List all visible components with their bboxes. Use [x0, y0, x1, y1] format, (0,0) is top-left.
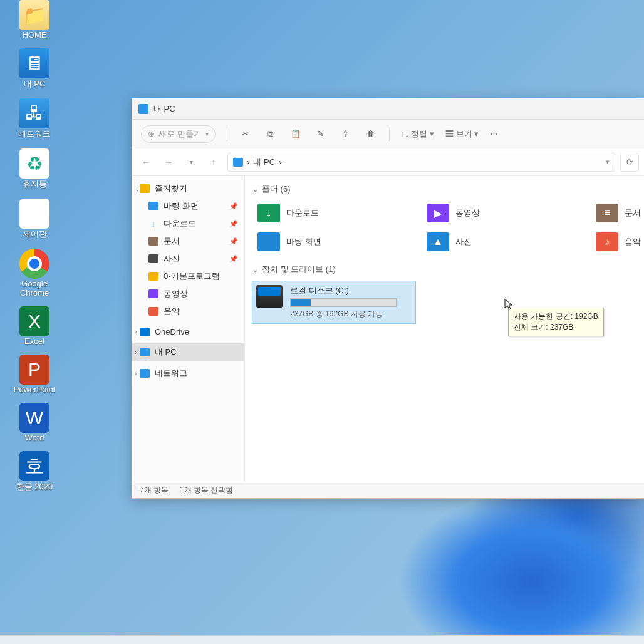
thispc-icon [233, 158, 243, 167]
drive-usage-bar [290, 298, 397, 307]
forward-button[interactable]: → [160, 153, 177, 171]
status-count: 7개 항목 [140, 485, 169, 496]
sidebar-network[interactable]: › 네트워크 [132, 365, 244, 382]
sidebar-item[interactable]: 0-기본프로그램 [132, 267, 244, 285]
chevron-down-icon: ▾ [205, 130, 209, 137]
taskbar[interactable] [0, 635, 644, 644]
desktop-icon-network[interactable]: 🖧네트워크 [6, 98, 63, 140]
folder-icon: ↓ [148, 219, 158, 229]
section-title: 장치 및 드라이브 (1) [262, 264, 336, 275]
folder-icon: ▶ [427, 204, 449, 222]
drive-label: 로컬 디스크 (C:) [290, 285, 412, 296]
sidebar-item-label: 사진 [164, 253, 180, 264]
sidebar-item[interactable]: 문서📌 [132, 232, 244, 250]
desktop-icon-recycle[interactable]: ♻휴지통 [6, 148, 63, 190]
chevron-down-icon[interactable]: ▾ [606, 158, 610, 166]
breadcrumb[interactable]: › 내 PC › ▾ [227, 153, 615, 172]
paste-button[interactable]: 📋 [289, 127, 303, 141]
sidebar-item-label: 바탕 화면 [164, 200, 199, 212]
ppt-icon: P [19, 355, 49, 385]
chevron-right-icon: › [135, 370, 137, 377]
divider [389, 127, 390, 141]
desktop-icon-label: PowerPoint [14, 385, 55, 394]
folder-item[interactable]: ↓다운로드 [255, 201, 412, 225]
folder-label: 문서 [625, 207, 641, 219]
folder-item[interactable]: ≡문서 [593, 201, 644, 225]
sidebar-onedrive[interactable]: › OneDrive [132, 324, 244, 340]
up-button[interactable]: ↑ [205, 153, 222, 171]
sidebar-item[interactable]: 동영상 [132, 285, 244, 303]
desktop-icon-label: 내 PC [24, 78, 46, 90]
desktop-icons: 📁HOME🖥내 PC🖧네트워크♻휴지통⚙제어판Google ChromeXExc… [6, 0, 69, 501]
new-button[interactable]: ⊕ 새로 만들기 ▾ [141, 125, 216, 143]
toolbar: ⊕ 새로 만들기 ▾ ✂ ⧉ 📋 ✎ ⇪ 🗑 ↑↓ 정렬 ▾ ☰ 보기 ▾ ⋯ [132, 120, 644, 148]
drives-header[interactable]: ⌄ 장치 및 드라이브 (1) [252, 264, 636, 275]
tooltip-line: 사용 가능한 공간: 192GB [514, 311, 598, 322]
desktop-icon-ppt[interactable]: PPowerPoint [6, 355, 63, 394]
desktop-icon-excel[interactable]: XExcel [6, 306, 63, 346]
rename-button[interactable]: ✎ [314, 127, 328, 141]
folder-item[interactable]: ♪음악 [593, 230, 644, 254]
desktop-icon-thispc[interactable]: 🖥내 PC [6, 48, 63, 90]
drive-icon [256, 285, 283, 308]
crumb-sep: › [247, 157, 249, 167]
hwp-icon: 호 [19, 451, 49, 481]
sidebar-item-label: 0-기본프로그램 [164, 271, 220, 282]
folders-header[interactable]: ⌄ 폴더 (6) [252, 184, 636, 195]
window-title: 내 PC [153, 103, 175, 115]
sidebar-quick-access[interactable]: ⌄ 즐겨찾기 [132, 180, 244, 197]
folder-item[interactable]: ▲사진 [424, 230, 581, 254]
desktop-icon-home[interactable]: 📁HOME [6, 0, 63, 39]
sidebar-item[interactable]: 바탕 화면📌 [132, 197, 244, 215]
folder-icon [148, 202, 158, 210]
star-icon [140, 184, 150, 193]
copy-button[interactable]: ⧉ [264, 127, 278, 141]
delete-button[interactable]: 🗑 [364, 127, 378, 141]
status-bar: 7개 항목 1개 항목 선택함 [132, 482, 644, 498]
control-icon: ⚙ [19, 199, 49, 229]
sidebar-thispc[interactable]: › 내 PC [132, 343, 244, 361]
desktop-icon-label: Google Chrome [6, 279, 63, 298]
folder-label: 음악 [625, 236, 641, 247]
drive-subtext: 237GB 중 192GB 사용 가능 [290, 309, 412, 319]
back-button[interactable]: ← [137, 153, 155, 171]
desktop-icon-label: Word [25, 433, 44, 442]
more-button[interactable]: ⋯ [490, 129, 499, 138]
folder-item[interactable]: ▶동영상 [424, 201, 581, 225]
share-button[interactable]: ⇪ [339, 127, 353, 141]
crumb-sep: › [279, 157, 281, 167]
chevron-down-icon: ⌄ [252, 185, 258, 194]
new-label: 새로 만들기 [158, 128, 202, 140]
folder-icon [148, 272, 158, 281]
plus-icon: ⊕ [148, 129, 155, 138]
recent-button[interactable]: ▾ [182, 153, 200, 171]
explorer-window: 내 PC ⊕ 새로 만들기 ▾ ✂ ⧉ 📋 ✎ ⇪ 🗑 ↑↓ 정렬 ▾ ☰ 보기… [132, 98, 644, 499]
section-title: 폴더 (6) [262, 184, 291, 195]
refresh-button[interactable]: ⟳ [620, 153, 639, 172]
main-pane: ⌄ 폴더 (6) ↓다운로드▶동영상≡문서바탕 화면▲사진♪음악 ⌄ 장치 및 … [245, 176, 644, 482]
drive-c[interactable]: 로컬 디스크 (C:) 237GB 중 192GB 사용 가능 [252, 281, 415, 323]
folder-icon: ≡ [596, 204, 618, 222]
desktop-icon-word[interactable]: WWord [6, 403, 63, 442]
sidebar-item[interactable]: 음악 [132, 303, 244, 320]
folder-item[interactable]: 바탕 화면 [255, 230, 412, 254]
sidebar-item[interactable]: ↓다운로드📌 [132, 215, 244, 232]
pin-icon: 📌 [229, 202, 238, 210]
desktop-icon-chrome[interactable]: Google Chrome [6, 249, 63, 298]
crumb-root[interactable]: 내 PC [253, 157, 275, 168]
view-button[interactable]: ☰ 보기 ▾ [445, 128, 479, 140]
titlebar[interactable]: 내 PC [132, 98, 644, 120]
desktop-icon-hwp[interactable]: 호한글 2020 [6, 451, 63, 492]
cloud-icon [140, 328, 150, 336]
desktop-icon-label: HOME [23, 30, 47, 39]
desktop-icon-control[interactable]: ⚙제어판 [6, 199, 63, 240]
sidebar-item[interactable]: 사진📌 [132, 250, 244, 267]
cut-button[interactable]: ✂ [239, 127, 252, 141]
sort-button[interactable]: ↑↓ 정렬 ▾ [401, 128, 434, 140]
chevron-down-icon: ⌄ [135, 185, 140, 192]
status-selected: 1개 항목 선택함 [180, 485, 233, 496]
chevron-right-icon: › [135, 328, 137, 335]
tooltip-line: 전체 크기: 237GB [514, 322, 598, 333]
folder-icon: ♪ [596, 232, 618, 251]
folder-label: 동영상 [455, 207, 480, 219]
